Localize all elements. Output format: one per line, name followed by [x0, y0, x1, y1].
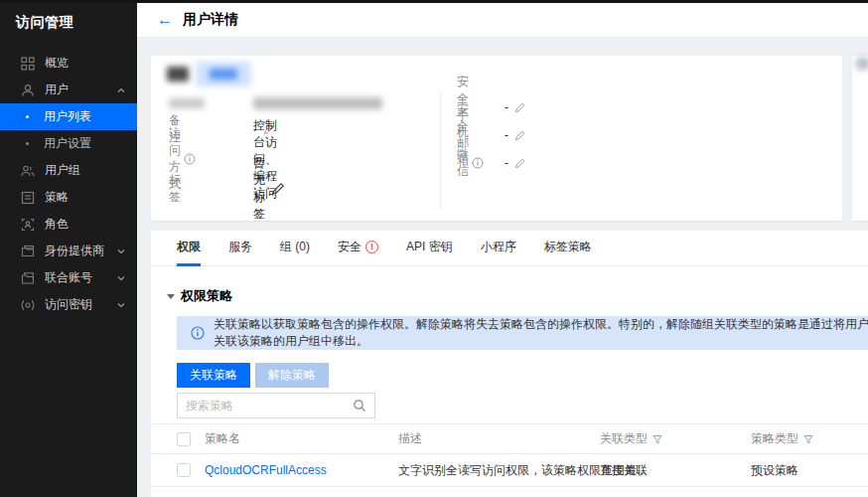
edit-pencil-icon[interactable] [514, 130, 525, 141]
sidebar-item-label: 访问密钥 [45, 296, 92, 313]
card-vertical-divider [440, 91, 441, 209]
redacted-field-label [169, 98, 205, 108]
tab-label: 小程序 [481, 239, 516, 255]
sidebar-item-overview[interactable]: 概览 [0, 50, 137, 77]
sidebar-item-label: 策略 [45, 189, 69, 206]
field-value: 暂无标签 [253, 155, 265, 223]
sidebar-item-label: 用户设置 [44, 135, 91, 152]
tab-groups[interactable]: 组 (0) [280, 231, 310, 266]
banner-info-icon [191, 326, 205, 340]
policy-search-input[interactable] [178, 399, 353, 413]
chevron-down-icon[interactable] [117, 248, 125, 255]
tab-label: API 密钥 [406, 239, 453, 255]
sidebar-title: 访问管理 [0, 0, 137, 42]
permission-policy-section-toggle[interactable]: 权限策略 [151, 284, 868, 308]
identity-provider-icon [20, 244, 36, 259]
sidebar-item-label: 身份提供商 [45, 243, 104, 259]
dissociate-policy-button[interactable]: 解除策略 [255, 363, 329, 388]
sidebar-item-roles[interactable]: 角色 [0, 211, 137, 238]
user-info-card: 备注 - 访问方式 控制台访问、编程访问 标签 暂无标签 [151, 56, 842, 221]
tab-permissions[interactable]: 权限 [177, 231, 201, 266]
tab-security[interactable]: 安全 ! [338, 231, 378, 266]
row-checkbox[interactable] [177, 463, 191, 477]
edit-pencil-icon[interactable] [514, 158, 525, 169]
sidebar-menu: 概览 用户 用户列表 用户设置 [0, 50, 137, 318]
page-header: ← 用户详情 [137, 3, 868, 38]
column-header-policy-type: 策略类型 [751, 430, 798, 447]
sidebar-item-label: 概览 [45, 55, 69, 72]
adjacent-card-partial [852, 56, 868, 221]
tab-services[interactable]: 服务 [228, 231, 252, 266]
detail-tabs-card: 权限 服务 组 (0) 安全 ! API 密钥 小程序 标签策略 权限策略 关联… [151, 231, 868, 497]
tab-api-keys[interactable]: API 密钥 [406, 231, 453, 266]
field-value: - [505, 156, 508, 170]
chevron-up-icon[interactable] [117, 86, 125, 94]
user-icon [20, 83, 36, 98]
field-value: - [505, 100, 508, 114]
associate-policy-button[interactable]: 关联策略 [177, 363, 250, 388]
policy-icon [20, 190, 36, 206]
back-arrow-icon[interactable]: ← [157, 12, 173, 28]
column-header-description: 描述 [398, 430, 422, 447]
column-header-policy-name: 策略名 [205, 430, 240, 447]
collapse-triangle-icon [167, 294, 175, 299]
access-management-console: 访问管理 概览 用户 用户列表 [0, 0, 868, 497]
tab-bar: 权限 服务 组 (0) 安全 ! API 密钥 小程序 标签策略 [151, 231, 868, 266]
search-icon[interactable] [353, 399, 366, 413]
overview-icon [20, 56, 36, 72]
tab-label: 安全 [338, 239, 362, 255]
tab-tag-policies[interactable]: 标签策略 [544, 231, 592, 266]
user-group-icon [20, 163, 36, 179]
table-header-row: 策略名 描述 关联类型 策略类型 [151, 423, 868, 454]
tab-mini-program[interactable]: 小程序 [481, 231, 516, 266]
bullet-dot [26, 115, 29, 118]
bullet-dot [26, 142, 29, 145]
policy-action-buttons: 关联策略 解除策略 [177, 363, 329, 388]
sidebar-item-policies[interactable]: 策略 [0, 184, 137, 211]
tab-label: 组 (0) [280, 239, 310, 255]
policy-type-value: 预设策略 [751, 463, 798, 477]
policy-search-box [177, 393, 375, 418]
policy-name-link[interactable]: QcloudOCRFullAccess [205, 463, 327, 477]
tab-label: 权限 [177, 239, 201, 255]
sidebar-item-user-groups[interactable]: 用户组 [0, 157, 137, 184]
field-label: 标签 [169, 172, 181, 206]
sidebar-item-access-keys[interactable]: 访问密钥 [0, 291, 137, 318]
sidebar-item-label: 联合账号 [45, 269, 92, 286]
select-all-checkbox[interactable] [177, 432, 191, 446]
sidebar-item-user-settings[interactable]: 用户设置 [0, 130, 137, 157]
chevron-down-icon[interactable] [117, 301, 125, 309]
sidebar-item-federated-accounts[interactable]: 联合账号 [0, 264, 137, 291]
role-icon [20, 217, 36, 233]
policy-table: 策略名 描述 关联类型 策略类型 QcloudOCRFullAcce [151, 423, 868, 487]
edit-pencil-icon[interactable] [271, 182, 285, 196]
info-icon [472, 157, 484, 169]
chevron-down-icon[interactable] [117, 274, 125, 282]
filter-funnel-icon[interactable] [803, 434, 813, 444]
field-label: 微信 [457, 146, 469, 180]
association-type-value: 直接关联 [600, 463, 648, 477]
info-banner: 关联策略以获取策略包含的操作权限。解除策略将失去策略包含的操作权限。特别的，解除… [177, 316, 868, 350]
sidebar-item-user-list[interactable]: 用户列表 [0, 103, 137, 130]
filter-funnel-icon[interactable] [652, 434, 662, 444]
alert-exclamation-icon: ! [365, 241, 378, 253]
edit-pencil-icon[interactable] [514, 102, 525, 113]
window-top-strip [0, 0, 868, 3]
federated-account-icon [20, 270, 36, 286]
table-row: QcloudOCRFullAccess 文字识别全读写访问权限，该策略权限范围最… [151, 454, 868, 487]
sidebar-item-identity-providers[interactable]: 身份提供商 [0, 238, 137, 264]
section-title: 权限策略 [181, 287, 232, 305]
sidebar-item-label: 角色 [45, 216, 69, 233]
redacted-username [167, 67, 189, 82]
sidebar-item-label: 用户组 [45, 162, 80, 179]
access-key-icon [20, 297, 36, 313]
sidebar-item-users[interactable]: 用户 [0, 77, 137, 103]
sidebar-item-label: 用户 [45, 82, 69, 98]
redacted-user-badge [196, 62, 251, 86]
tab-label: 标签策略 [544, 239, 592, 255]
column-header-association-type: 关联类型 [600, 430, 648, 447]
field-value: - [505, 128, 508, 142]
info-icon [184, 153, 196, 165]
redacted-blob [856, 58, 868, 70]
tab-label: 服务 [228, 239, 252, 255]
